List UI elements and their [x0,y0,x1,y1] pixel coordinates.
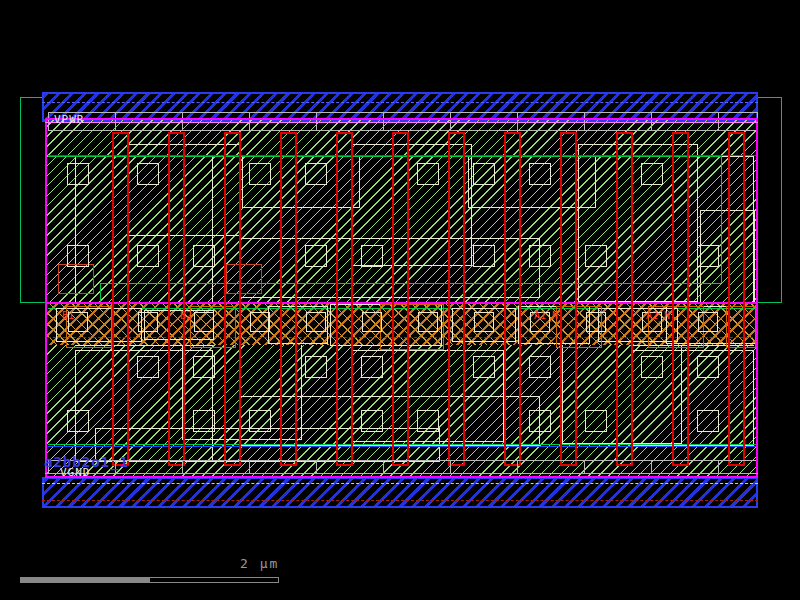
scale-bar-label: 2 µm [240,557,279,570]
cell-boundary [45,118,758,478]
layout-viewport[interactable]: B1 B2 A1_N A2_N VPWR a2bb2o1_1 VGND 2 µm [0,0,800,600]
vpwr-label: VPWR [54,114,85,125]
scale-bar-outline-segment [149,577,279,583]
cell-boundary-inner-top [45,122,758,123]
vgnd-label: VGND [60,467,91,478]
cell-boundary-inner-bottom [45,473,758,474]
scale-bar-filled-segment [20,577,149,583]
